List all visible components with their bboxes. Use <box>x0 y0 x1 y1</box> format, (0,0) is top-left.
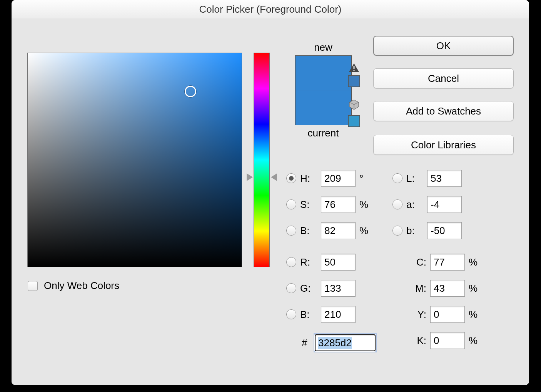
y-row: Y: % <box>392 306 480 323</box>
m-row: M: % <box>392 280 480 297</box>
y-label: Y: <box>406 309 426 321</box>
h-input[interactable] <box>321 170 356 187</box>
bb-radio[interactable] <box>286 309 296 319</box>
b-label: b: <box>406 225 423 237</box>
y-input[interactable] <box>430 306 465 323</box>
color-libraries-button[interactable]: Color Libraries <box>373 135 514 155</box>
l-input[interactable] <box>427 170 462 187</box>
window-title: Color Picker (Foreground Color) <box>199 3 342 15</box>
only-web-colors-row: Only Web Colors <box>28 280 119 292</box>
svg-rect-1 <box>354 66 355 69</box>
s-radio[interactable] <box>286 199 296 209</box>
l-radio[interactable] <box>392 173 402 183</box>
green-row: G: <box>286 280 371 297</box>
a-label: a: <box>406 199 423 211</box>
percent-unit: % <box>469 335 480 347</box>
r-input[interactable] <box>321 254 356 271</box>
only-web-colors-checkbox[interactable] <box>28 281 38 291</box>
bb-input[interactable] <box>321 306 356 323</box>
l-label: L: <box>406 173 423 184</box>
percent-unit: % <box>469 282 480 294</box>
hex-row: # <box>288 334 376 351</box>
percent-unit: % <box>359 225 371 237</box>
hue-handle-right-icon <box>271 173 277 181</box>
only-web-colors-label: Only Web Colors <box>44 280 119 292</box>
warning-icon <box>346 63 362 73</box>
percent-unit: % <box>469 309 480 321</box>
cube-icon <box>348 101 360 112</box>
r-label: R: <box>300 256 317 268</box>
a-row: a: <box>392 196 462 213</box>
bb-label: B: <box>300 309 317 321</box>
a-input[interactable] <box>427 196 462 213</box>
c-row: C: % <box>392 254 480 271</box>
g-input[interactable] <box>321 280 356 297</box>
titlebar: Color Picker (Foreground Color) <box>12 0 529 19</box>
h-radio[interactable] <box>286 173 296 183</box>
brightness-row: B: % <box>286 222 371 239</box>
blue-row: B: <box>286 306 371 323</box>
gamut-warning[interactable] <box>346 63 362 86</box>
new-label: new <box>285 42 362 53</box>
hue-slider[interactable] <box>254 53 269 267</box>
k-row: K: % <box>392 332 480 349</box>
h-label: H: <box>300 173 317 184</box>
current-color-swatch[interactable] <box>296 90 351 125</box>
websafe-warning[interactable] <box>346 99 362 126</box>
r-radio[interactable] <box>286 257 296 267</box>
gamut-suggest-swatch[interactable] <box>349 76 359 86</box>
bv-label: B: <box>300 225 317 237</box>
degree-unit: ° <box>359 173 371 184</box>
bv-input[interactable] <box>321 222 356 239</box>
window-body: new current OK Cancel Add to Swatch <box>12 18 529 385</box>
percent-unit: % <box>469 256 480 268</box>
b-radio[interactable] <box>392 226 402 236</box>
add-to-swatches-button[interactable]: Add to Swatches <box>373 101 514 121</box>
s-label: S: <box>300 199 317 211</box>
b-input[interactable] <box>427 222 462 239</box>
l-row: L: <box>392 170 462 187</box>
hue-row: H: ° <box>286 170 371 187</box>
g-label: G: <box>300 282 317 294</box>
g-radio[interactable] <box>286 283 296 293</box>
s-input[interactable] <box>321 196 356 213</box>
b-row: b: <box>392 222 462 239</box>
color-picker-window: Color Picker (Foreground Color) new curr… <box>12 0 529 385</box>
bv-radio[interactable] <box>286 226 296 236</box>
saturation-row: S: % <box>286 196 371 213</box>
a-radio[interactable] <box>392 199 402 209</box>
cancel-button[interactable]: Cancel <box>373 68 514 88</box>
ok-button[interactable]: OK <box>373 36 514 56</box>
m-input[interactable] <box>430 280 465 297</box>
new-color-swatch[interactable] <box>296 56 351 90</box>
k-label: K: <box>406 335 426 347</box>
color-field[interactable] <box>28 53 242 267</box>
hex-input[interactable] <box>315 334 376 351</box>
c-input[interactable] <box>430 254 465 271</box>
current-label: current <box>285 127 362 139</box>
red-row: R: <box>286 254 371 271</box>
c-label: C: <box>406 256 426 268</box>
m-label: M: <box>406 282 426 294</box>
websafe-suggest-swatch[interactable] <box>349 116 359 126</box>
hue-handle-left-icon <box>247 173 253 181</box>
k-input[interactable] <box>430 332 465 349</box>
svg-rect-2 <box>354 70 355 71</box>
percent-unit: % <box>359 199 371 211</box>
hex-label: # <box>302 337 311 349</box>
